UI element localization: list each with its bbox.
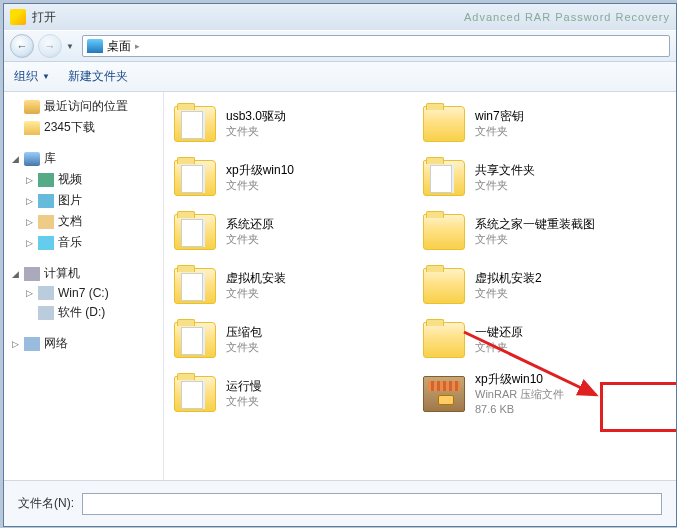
file-name: 虚拟机安装 (226, 271, 286, 286)
chevron-right-icon[interactable]: ▸ (135, 41, 140, 51)
collapse-icon[interactable]: ◢ (10, 154, 20, 164)
breadcrumb-desktop[interactable]: 桌面 (107, 38, 131, 55)
file-type-label: 文件夹 (475, 124, 524, 139)
folder-icon (423, 106, 465, 142)
library-icon (24, 152, 40, 166)
file-item[interactable]: 运行慢文件夹 (174, 372, 413, 416)
footer: 文件名(N): (4, 480, 676, 526)
folder-icon (174, 214, 216, 250)
file-type-label: 文件夹 (226, 124, 286, 139)
file-item[interactable]: win7密钥文件夹 (423, 102, 662, 146)
tree-computer[interactable]: ◢计算机 (6, 263, 161, 284)
file-name: 系统还原 (226, 217, 274, 232)
file-name: xp升级win10 (226, 163, 294, 178)
tree-video[interactable]: ▷视频 (6, 169, 161, 190)
tree-drive-d[interactable]: 软件 (D:) (6, 302, 161, 323)
app-icon (10, 9, 26, 25)
folder-icon (174, 322, 216, 358)
toolbar: 组织 ▼ 新建文件夹 (4, 62, 676, 92)
window-title: 打开 (32, 9, 438, 26)
file-name: 运行慢 (226, 379, 262, 394)
file-size-label: 87.6 KB (475, 402, 564, 417)
drive-icon (38, 306, 54, 320)
computer-icon (24, 267, 40, 281)
folder-icon (174, 376, 216, 412)
file-type-label: 文件夹 (226, 340, 262, 355)
file-type-label: WinRAR 压缩文件 (475, 387, 564, 402)
file-type-label: 文件夹 (226, 232, 274, 247)
tree-downloads[interactable]: 2345下载 (6, 117, 161, 138)
chevron-down-icon: ▼ (42, 72, 50, 81)
new-folder-button[interactable]: 新建文件夹 (68, 68, 128, 85)
tree-drive-c[interactable]: ▷Win7 (C:) (6, 284, 161, 302)
file-name: 共享文件夹 (475, 163, 535, 178)
navigation-tree[interactable]: 最近访问的位置 2345下载 ◢库 ▷视频 ▷图片 ▷文档 ▷音乐 ◢计算机 ▷… (4, 92, 164, 480)
folder-icon (423, 322, 465, 358)
file-type-label: 文件夹 (226, 286, 286, 301)
tree-library[interactable]: ◢库 (6, 148, 161, 169)
tree-pictures[interactable]: ▷图片 (6, 190, 161, 211)
file-type-label: 文件夹 (475, 286, 542, 301)
file-item[interactable]: 系统还原文件夹 (174, 210, 413, 254)
documents-icon (38, 215, 54, 229)
file-item[interactable]: 虚拟机安装文件夹 (174, 264, 413, 308)
folder-icon (174, 268, 216, 304)
back-button[interactable]: ← (10, 34, 34, 58)
file-type-label: 文件夹 (226, 178, 294, 193)
background-window-title: Advanced RAR Password Recovery (464, 11, 670, 23)
file-type-label: 文件夹 (475, 178, 535, 193)
file-name: 虚拟机安装2 (475, 271, 542, 286)
file-type-label: 文件夹 (475, 340, 523, 355)
filename-input[interactable] (82, 493, 662, 515)
recent-icon (24, 100, 40, 114)
file-name: 压缩包 (226, 325, 262, 340)
file-item[interactable]: usb3.0驱动文件夹 (174, 102, 413, 146)
file-type-label: 文件夹 (475, 232, 595, 247)
folder-icon (174, 160, 216, 196)
file-name: 系统之家一键重装截图 (475, 217, 595, 232)
body: 最近访问的位置 2345下载 ◢库 ▷视频 ▷图片 ▷文档 ▷音乐 ◢计算机 ▷… (4, 92, 676, 480)
collapse-icon[interactable]: ◢ (10, 269, 20, 279)
expand-icon[interactable]: ▷ (24, 175, 34, 185)
folder-icon (423, 214, 465, 250)
expand-icon[interactable]: ▷ (24, 196, 34, 206)
open-dialog: 打开 Advanced RAR Password Recovery ← → ▼ … (3, 3, 677, 527)
file-type-label: 文件夹 (226, 394, 262, 409)
file-item[interactable]: xp升级win10WinRAR 压缩文件87.6 KB (423, 372, 662, 416)
expand-icon[interactable]: ▷ (24, 217, 34, 227)
file-name: 一键还原 (475, 325, 523, 340)
expand-icon[interactable]: ▷ (10, 339, 20, 349)
tree-documents[interactable]: ▷文档 (6, 211, 161, 232)
navigation-bar: ← → ▼ 桌面 ▸ (4, 30, 676, 62)
tree-recent[interactable]: 最近访问的位置 (6, 96, 161, 117)
file-item[interactable]: 系统之家一键重装截图文件夹 (423, 210, 662, 254)
file-item[interactable]: xp升级win10文件夹 (174, 156, 413, 200)
tree-music[interactable]: ▷音乐 (6, 232, 161, 253)
tree-network[interactable]: ▷网络 (6, 333, 161, 354)
folder-icon (423, 268, 465, 304)
folder-icon (423, 160, 465, 196)
titlebar[interactable]: 打开 Advanced RAR Password Recovery (4, 4, 676, 30)
organize-button[interactable]: 组织 ▼ (14, 68, 50, 85)
drive-icon (38, 286, 54, 300)
pictures-icon (38, 194, 54, 208)
file-item[interactable]: 一键还原文件夹 (423, 318, 662, 362)
file-list[interactable]: usb3.0驱动文件夹win7密钥文件夹xp升级win10文件夹共享文件夹文件夹… (164, 92, 676, 480)
file-item[interactable]: 压缩包文件夹 (174, 318, 413, 362)
rar-archive-icon (423, 376, 465, 412)
file-name: usb3.0驱动 (226, 109, 286, 124)
file-item[interactable]: 虚拟机安装2文件夹 (423, 264, 662, 308)
address-bar[interactable]: 桌面 ▸ (82, 35, 670, 57)
video-icon (38, 173, 54, 187)
folder-icon (24, 121, 40, 135)
expand-icon[interactable]: ▷ (24, 238, 34, 248)
music-icon (38, 236, 54, 250)
desktop-icon (87, 39, 103, 53)
forward-button[interactable]: → (38, 34, 62, 58)
file-name: win7密钥 (475, 109, 524, 124)
file-item[interactable]: 共享文件夹文件夹 (423, 156, 662, 200)
history-dropdown-icon[interactable]: ▼ (66, 42, 78, 51)
filename-label: 文件名(N): (18, 495, 74, 512)
folder-icon (174, 106, 216, 142)
expand-icon[interactable]: ▷ (24, 288, 34, 298)
